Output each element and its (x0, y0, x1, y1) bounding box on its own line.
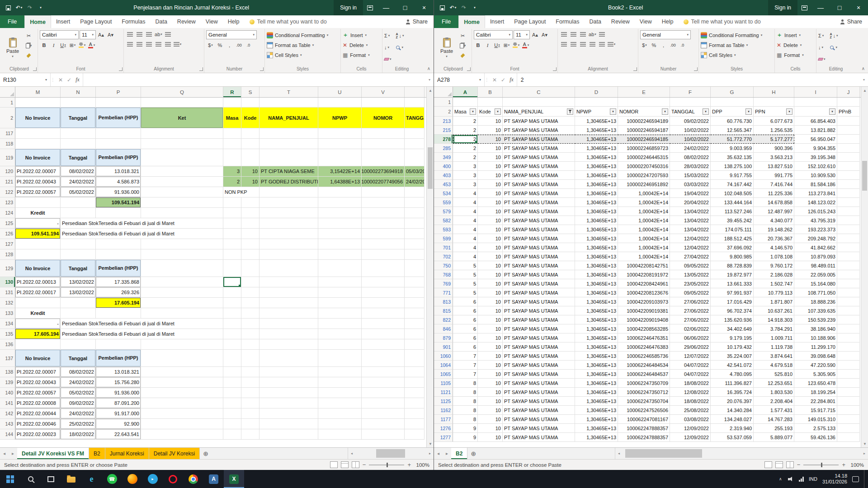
cell-S120[interactable]: 10 (241, 166, 259, 177)
cell-J815[interactable] (837, 306, 860, 315)
cell-R141[interactable] (223, 398, 241, 408)
cell-E769[interactable]: 100042208424961 (618, 279, 670, 288)
cell-N135[interactable]: Persediaan StokTersedia di Febuari di ju… (61, 329, 223, 339)
cell-T143[interactable] (259, 419, 318, 429)
cell-Q130[interactable] (141, 277, 223, 287)
cell-Q143[interactable] (141, 419, 223, 429)
cell-B1[interactable] (478, 98, 503, 107)
cell-J278[interactable] (837, 135, 860, 144)
cell-G579[interactable]: 113.527.246 (711, 207, 754, 216)
undo-icon[interactable]: ↶▾ (14, 0, 24, 15)
cell-F1[interactable] (670, 98, 711, 107)
cell-C2[interactable]: NAMA_PENJUAL (503, 107, 575, 117)
cell-F213[interactable]: 09/02/2022 (670, 117, 711, 126)
cell-Q123[interactable] (141, 197, 223, 208)
vscroll-track[interactable] (861, 94, 868, 440)
share-button[interactable]: Share (834, 15, 868, 28)
cell-R120[interactable]: 3 (223, 166, 241, 177)
cell-C815[interactable]: PT SAYAP MAS UTAMA (503, 306, 575, 315)
ribbon-tab-file[interactable]: File (0, 15, 24, 28)
align-right-button[interactable] (579, 40, 587, 48)
row-header-453[interactable]: 453 (434, 180, 453, 189)
row-header-701[interactable]: 701 (434, 243, 453, 252)
cell-B822[interactable]: 10 (478, 315, 503, 324)
bottom-align-button[interactable] (579, 30, 587, 38)
cell-P2[interactable]: Pembelian (HPP) (96, 108, 141, 128)
cell-W2[interactable]: TANGGAL (405, 108, 425, 128)
cell-H815[interactable]: 10.637.261 (754, 306, 794, 315)
language-indicator[interactable]: IND (809, 476, 817, 482)
row-header-1065[interactable]: 1065 (434, 370, 453, 379)
cell-S139[interactable] (241, 377, 259, 388)
cell-N127[interactable] (61, 239, 96, 249)
cell-F1121[interactable]: 12/08/2022 (670, 388, 711, 397)
cell-T142[interactable] (259, 408, 318, 419)
column-header-c[interactable]: C (503, 87, 575, 97)
cell-T121[interactable]: PT GODREJ DISTRIBUTI (259, 177, 318, 187)
cell-A750[interactable]: 5 (453, 261, 478, 270)
hscroll-thumb[interactable] (376, 449, 405, 458)
cell-V132[interactable] (362, 298, 405, 308)
cell-B879[interactable]: 10 (478, 333, 503, 343)
cell-Q120[interactable] (141, 166, 223, 177)
cell-T141[interactable] (259, 398, 318, 408)
cell-W136[interactable] (405, 339, 425, 350)
cell-P131[interactable]: 269.326 (96, 287, 141, 298)
cell-Q1[interactable] (141, 98, 223, 108)
cell-V2[interactable]: NOMOR (362, 108, 405, 128)
cell-P144[interactable]: 22.643.541 (96, 429, 141, 440)
cell-G2[interactable]: DPP▾ (711, 107, 754, 117)
horizontal-scrollbar[interactable]: ◂ ▸ (348, 448, 434, 459)
cell-F2[interactable]: TANGGAL▾ (670, 107, 711, 117)
cell-D846[interactable]: 1,30465E+13 (575, 324, 618, 333)
cell-I702[interactable]: 10.879.093 (794, 252, 837, 261)
cell-I1060[interactable]: 39.098.648 (794, 352, 837, 361)
cell-T125[interactable] (259, 218, 318, 229)
cell-N121[interactable]: 24/02/2022 (61, 177, 96, 187)
ribbon-tab-review[interactable]: Review (172, 15, 201, 28)
scroll-left-icon[interactable]: ◂ (615, 448, 623, 459)
sort-filter-button[interactable]: AZ↓▾ (396, 32, 404, 39)
row-header-2[interactable]: 2 (434, 107, 453, 117)
cell-A285[interactable]: 2 (453, 144, 478, 153)
cell-D559[interactable]: 1,30465E+13 (575, 198, 618, 207)
cell-V130[interactable] (362, 277, 405, 287)
cell-V141[interactable] (362, 398, 405, 408)
cell-G1105[interactable]: 111.396.827 (711, 379, 754, 388)
cell-A1276[interactable]: 9 (453, 424, 478, 433)
formula-bar-splitter[interactable]: ⋮ (485, 73, 489, 86)
row-header-130[interactable]: 130 (0, 277, 15, 287)
cell-B702[interactable]: 10 (478, 252, 503, 261)
cell-E771[interactable]: 100042208123676 (618, 288, 670, 297)
cell-H582[interactable]: 4.340.077 (754, 216, 794, 225)
cell-T140[interactable] (259, 388, 318, 398)
cell-H701[interactable]: 4.146.570 (754, 243, 794, 252)
cell-H1276[interactable]: 255.193 (754, 424, 794, 433)
italic-button[interactable]: I (483, 41, 492, 49)
row-header-534[interactable]: 534 (434, 189, 453, 198)
row-header-822[interactable]: 822 (434, 315, 453, 324)
cell-B1060[interactable]: 10 (478, 352, 503, 361)
cell-F579[interactable]: 13/04/2022 (670, 207, 711, 216)
decrease-font-size-button[interactable]: A▾ (540, 31, 549, 39)
cell-C1064[interactable]: PT SAYAP MAS UTAMA (503, 361, 575, 370)
ribbon-display-options-icon[interactable] (797, 0, 811, 15)
cell-W140[interactable] (405, 388, 425, 398)
cell-A1177[interactable]: 8 (453, 415, 478, 424)
cell-S125[interactable] (241, 218, 259, 229)
cell-B750[interactable]: 10 (478, 261, 503, 270)
cell-R142[interactable] (223, 408, 241, 419)
zoom-in-button[interactable]: + (407, 461, 411, 468)
cell-F1177[interactable]: 03/08/2022 (670, 415, 711, 424)
cell-I593[interactable]: 193.223.373 (794, 225, 837, 234)
cell-V120[interactable]: 100002273694918 (362, 166, 405, 177)
cell-P141[interactable]: 87.091.200 (96, 398, 141, 408)
cell-R144[interactable] (223, 429, 241, 440)
cell-D1065[interactable]: 1,30465E+13 (575, 370, 618, 379)
cell-S140[interactable] (241, 388, 259, 398)
cell-S133[interactable] (241, 308, 259, 319)
cell-D879[interactable]: 1,30465E+13 (575, 333, 618, 343)
cell-D1276[interactable]: 1,30465E+13 (575, 424, 618, 433)
cell-C1[interactable] (503, 98, 575, 107)
cell-U120[interactable]: 3,15422E+14 (318, 166, 362, 177)
